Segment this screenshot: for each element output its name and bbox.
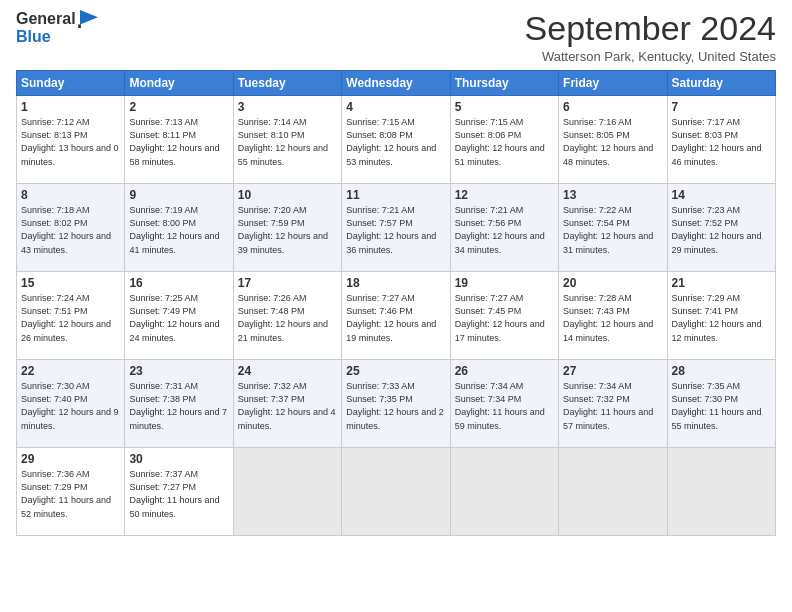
day-number: 3 <box>238 100 337 114</box>
day-number: 27 <box>563 364 662 378</box>
calendar-page: General Blue September 2024 Watterson Pa… <box>0 0 792 612</box>
day-info: Sunrise: 7:12 AMSunset: 8:13 PMDaylight:… <box>21 117 119 166</box>
day-info: Sunrise: 7:31 AMSunset: 7:38 PMDaylight:… <box>129 381 227 430</box>
day-info: Sunrise: 7:37 AMSunset: 7:27 PMDaylight:… <box>129 469 219 518</box>
day-info: Sunrise: 7:17 AMSunset: 8:03 PMDaylight:… <box>672 117 762 166</box>
calendar-cell: 25 Sunrise: 7:33 AMSunset: 7:35 PMDaylig… <box>342 360 450 448</box>
calendar-cell: 21 Sunrise: 7:29 AMSunset: 7:41 PMDaylig… <box>667 272 775 360</box>
day-info: Sunrise: 7:35 AMSunset: 7:30 PMDaylight:… <box>672 381 762 430</box>
day-info: Sunrise: 7:34 AMSunset: 7:32 PMDaylight:… <box>563 381 653 430</box>
day-number: 17 <box>238 276 337 290</box>
header-monday: Monday <box>125 71 233 96</box>
day-number: 4 <box>346 100 445 114</box>
day-number: 15 <box>21 276 120 290</box>
day-info: Sunrise: 7:27 AMSunset: 7:46 PMDaylight:… <box>346 293 436 342</box>
day-info: Sunrise: 7:15 AMSunset: 8:08 PMDaylight:… <box>346 117 436 166</box>
day-info: Sunrise: 7:20 AMSunset: 7:59 PMDaylight:… <box>238 205 328 254</box>
week-row-4: 29 Sunrise: 7:36 AMSunset: 7:29 PMDaylig… <box>17 448 776 536</box>
calendar-cell: 23 Sunrise: 7:31 AMSunset: 7:38 PMDaylig… <box>125 360 233 448</box>
calendar-cell: 8 Sunrise: 7:18 AMSunset: 8:02 PMDayligh… <box>17 184 125 272</box>
day-number: 1 <box>21 100 120 114</box>
calendar-cell: 24 Sunrise: 7:32 AMSunset: 7:37 PMDaylig… <box>233 360 341 448</box>
day-info: Sunrise: 7:36 AMSunset: 7:29 PMDaylight:… <box>21 469 111 518</box>
day-number: 16 <box>129 276 228 290</box>
svg-rect-1 <box>78 24 81 28</box>
calendar-cell: 28 Sunrise: 7:35 AMSunset: 7:30 PMDaylig… <box>667 360 775 448</box>
week-row-0: 1 Sunrise: 7:12 AMSunset: 8:13 PMDayligh… <box>17 96 776 184</box>
title-block: September 2024 Watterson Park, Kentucky,… <box>525 10 776 64</box>
calendar-cell: 13 Sunrise: 7:22 AMSunset: 7:54 PMDaylig… <box>559 184 667 272</box>
day-info: Sunrise: 7:25 AMSunset: 7:49 PMDaylight:… <box>129 293 219 342</box>
svg-marker-0 <box>80 10 98 24</box>
day-number: 24 <box>238 364 337 378</box>
day-number: 20 <box>563 276 662 290</box>
day-number: 14 <box>672 188 771 202</box>
calendar-cell: 1 Sunrise: 7:12 AMSunset: 8:13 PMDayligh… <box>17 96 125 184</box>
calendar-cell <box>233 448 341 536</box>
day-info: Sunrise: 7:26 AMSunset: 7:48 PMDaylight:… <box>238 293 328 342</box>
calendar-cell: 14 Sunrise: 7:23 AMSunset: 7:52 PMDaylig… <box>667 184 775 272</box>
calendar-cell: 30 Sunrise: 7:37 AMSunset: 7:27 PMDaylig… <box>125 448 233 536</box>
day-info: Sunrise: 7:34 AMSunset: 7:34 PMDaylight:… <box>455 381 545 430</box>
day-number: 29 <box>21 452 120 466</box>
header-thursday: Thursday <box>450 71 558 96</box>
calendar-cell: 15 Sunrise: 7:24 AMSunset: 7:51 PMDaylig… <box>17 272 125 360</box>
header-saturday: Saturday <box>667 71 775 96</box>
day-number: 26 <box>455 364 554 378</box>
header-friday: Friday <box>559 71 667 96</box>
day-number: 8 <box>21 188 120 202</box>
day-number: 13 <box>563 188 662 202</box>
day-info: Sunrise: 7:29 AMSunset: 7:41 PMDaylight:… <box>672 293 762 342</box>
week-row-1: 8 Sunrise: 7:18 AMSunset: 8:02 PMDayligh… <box>17 184 776 272</box>
calendar-cell <box>450 448 558 536</box>
calendar-cell: 10 Sunrise: 7:20 AMSunset: 7:59 PMDaylig… <box>233 184 341 272</box>
calendar-cell: 6 Sunrise: 7:16 AMSunset: 8:05 PMDayligh… <box>559 96 667 184</box>
logo-blue: Blue <box>16 28 51 46</box>
calendar-cell: 27 Sunrise: 7:34 AMSunset: 7:32 PMDaylig… <box>559 360 667 448</box>
day-info: Sunrise: 7:22 AMSunset: 7:54 PMDaylight:… <box>563 205 653 254</box>
month-title: September 2024 <box>525 10 776 47</box>
day-number: 2 <box>129 100 228 114</box>
day-number: 21 <box>672 276 771 290</box>
day-info: Sunrise: 7:21 AMSunset: 7:57 PMDaylight:… <box>346 205 436 254</box>
header: General Blue September 2024 Watterson Pa… <box>16 10 776 64</box>
day-info: Sunrise: 7:16 AMSunset: 8:05 PMDaylight:… <box>563 117 653 166</box>
day-info: Sunrise: 7:21 AMSunset: 7:56 PMDaylight:… <box>455 205 545 254</box>
header-sunday: Sunday <box>17 71 125 96</box>
day-info: Sunrise: 7:19 AMSunset: 8:00 PMDaylight:… <box>129 205 219 254</box>
calendar-cell <box>559 448 667 536</box>
calendar-cell: 5 Sunrise: 7:15 AMSunset: 8:06 PMDayligh… <box>450 96 558 184</box>
day-info: Sunrise: 7:24 AMSunset: 7:51 PMDaylight:… <box>21 293 111 342</box>
calendar-cell: 11 Sunrise: 7:21 AMSunset: 7:57 PMDaylig… <box>342 184 450 272</box>
calendar-cell: 20 Sunrise: 7:28 AMSunset: 7:43 PMDaylig… <box>559 272 667 360</box>
calendar-table: SundayMondayTuesdayWednesdayThursdayFrid… <box>16 70 776 536</box>
calendar-cell: 17 Sunrise: 7:26 AMSunset: 7:48 PMDaylig… <box>233 272 341 360</box>
day-number: 6 <box>563 100 662 114</box>
day-number: 12 <box>455 188 554 202</box>
calendar-cell: 29 Sunrise: 7:36 AMSunset: 7:29 PMDaylig… <box>17 448 125 536</box>
calendar-cell: 16 Sunrise: 7:25 AMSunset: 7:49 PMDaylig… <box>125 272 233 360</box>
header-row: SundayMondayTuesdayWednesdayThursdayFrid… <box>17 71 776 96</box>
day-number: 11 <box>346 188 445 202</box>
calendar-cell: 7 Sunrise: 7:17 AMSunset: 8:03 PMDayligh… <box>667 96 775 184</box>
calendar-cell: 12 Sunrise: 7:21 AMSunset: 7:56 PMDaylig… <box>450 184 558 272</box>
day-info: Sunrise: 7:28 AMSunset: 7:43 PMDaylight:… <box>563 293 653 342</box>
logo-flag-icon <box>78 10 100 28</box>
calendar-cell: 19 Sunrise: 7:27 AMSunset: 7:45 PMDaylig… <box>450 272 558 360</box>
day-number: 19 <box>455 276 554 290</box>
logo: General Blue <box>16 10 100 46</box>
calendar-cell <box>667 448 775 536</box>
calendar-cell: 22 Sunrise: 7:30 AMSunset: 7:40 PMDaylig… <box>17 360 125 448</box>
day-info: Sunrise: 7:30 AMSunset: 7:40 PMDaylight:… <box>21 381 119 430</box>
day-number: 7 <box>672 100 771 114</box>
day-number: 30 <box>129 452 228 466</box>
logo-general: General <box>16 10 76 28</box>
day-number: 28 <box>672 364 771 378</box>
week-row-3: 22 Sunrise: 7:30 AMSunset: 7:40 PMDaylig… <box>17 360 776 448</box>
location: Watterson Park, Kentucky, United States <box>525 49 776 64</box>
calendar-cell: 3 Sunrise: 7:14 AMSunset: 8:10 PMDayligh… <box>233 96 341 184</box>
day-info: Sunrise: 7:13 AMSunset: 8:11 PMDaylight:… <box>129 117 219 166</box>
week-row-2: 15 Sunrise: 7:24 AMSunset: 7:51 PMDaylig… <box>17 272 776 360</box>
day-info: Sunrise: 7:33 AMSunset: 7:35 PMDaylight:… <box>346 381 444 430</box>
header-tuesday: Tuesday <box>233 71 341 96</box>
